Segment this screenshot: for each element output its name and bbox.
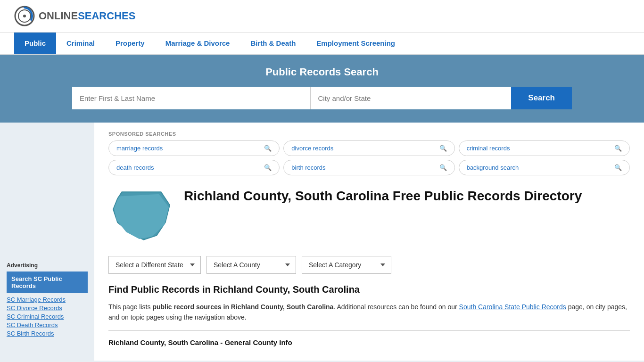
- nav-item-property[interactable]: Property: [105, 33, 155, 54]
- nav-item-marriage-divorce[interactable]: Marriage & Divorce: [155, 33, 240, 54]
- sponsored-link-death: death records: [116, 164, 154, 171]
- sidebar-link-death[interactable]: SC Death Records: [7, 321, 88, 329]
- find-title: Find Public Records in Richland County, …: [108, 284, 630, 295]
- sponsored-link-birth: birth records: [291, 164, 325, 171]
- county-section: Richland County, South Carolina Free Pub…: [108, 188, 630, 246]
- state-dropdown[interactable]: Select a Different State: [108, 256, 201, 274]
- county-title: Richland County, South Carolina Free Pub…: [184, 188, 582, 204]
- header: ONLINESEARCHES: [0, 0, 644, 33]
- general-info-title: Richland County, South Carolina - Genera…: [108, 338, 630, 346]
- sidebar-link-birth[interactable]: SC Birth Records: [7, 330, 88, 337]
- sponsored-grid: marriage records 🔍 divorce records 🔍 cri…: [108, 140, 630, 175]
- sidebar-ad-label: Advertising: [7, 262, 88, 269]
- sponsored-item-birth[interactable]: birth records 🔍: [283, 160, 454, 175]
- nav-item-birth-death[interactable]: Birth & Death: [240, 33, 306, 54]
- search-button[interactable]: Search: [511, 87, 572, 109]
- sidebar: Advertising Search SC Public Records SC …: [0, 123, 94, 361]
- sponsored-item-death[interactable]: death records 🔍: [108, 160, 280, 175]
- sponsored-item-criminal[interactable]: criminal records 🔍: [459, 140, 630, 156]
- svg-point-2: [23, 15, 26, 17]
- find-text-part2: . Additional resources can be found on o…: [333, 303, 459, 311]
- sponsored-link-divorce: divorce records: [291, 145, 333, 152]
- sidebar-link-divorce[interactable]: SC Divorce Records: [7, 304, 88, 312]
- category-dropdown[interactable]: Select A Category: [302, 256, 391, 274]
- logo-searches: SEARCHES: [78, 10, 135, 22]
- location-input[interactable]: [310, 87, 512, 109]
- logo: ONLINESEARCHES: [14, 6, 135, 26]
- county-dropdown[interactable]: Select A County: [206, 256, 296, 274]
- name-input[interactable]: [72, 87, 310, 109]
- search-banner: Public Records Search Search: [0, 55, 644, 123]
- sponsored-item-marriage[interactable]: marriage records 🔍: [108, 140, 280, 156]
- main-wrapper: Advertising Search SC Public Records SC …: [0, 123, 644, 361]
- search-icon-divorce: 🔍: [439, 145, 447, 152]
- sponsored-link-background: background search: [467, 164, 519, 171]
- section-divider: [108, 330, 630, 331]
- sponsored-item-divorce[interactable]: divorce records 🔍: [283, 140, 454, 156]
- search-icon-background: 🔍: [614, 164, 622, 171]
- find-text-part1: This page lists: [108, 303, 152, 311]
- svg-marker-4: [114, 194, 169, 239]
- nav-item-employment[interactable]: Employment Screening: [306, 33, 405, 54]
- nav-item-public[interactable]: Public: [14, 33, 56, 54]
- sc-state-records-link[interactable]: South Carolina State Public Records: [459, 303, 566, 311]
- sidebar-ad-active[interactable]: Search SC Public Records: [7, 272, 88, 293]
- search-icon-marriage: 🔍: [264, 145, 272, 152]
- sidebar-link-marriage[interactable]: SC Marriage Records: [7, 296, 88, 303]
- logo-text: ONLINESEARCHES: [39, 10, 135, 22]
- content-area: SPONSORED SEARCHES marriage records 🔍 di…: [94, 123, 644, 361]
- search-icon-criminal: 🔍: [614, 145, 622, 152]
- logo-online: ONLINE: [39, 10, 78, 22]
- sponsored-link-criminal: criminal records: [467, 145, 510, 152]
- search-form: Search: [72, 87, 572, 109]
- find-text: This page lists public record sources in…: [108, 302, 630, 323]
- main-nav: Public Criminal Property Marriage & Divo…: [0, 33, 644, 55]
- sponsored-link-marriage: marriage records: [116, 145, 163, 152]
- state-map: [108, 188, 174, 246]
- sidebar-link-criminal[interactable]: SC Criminal Records: [7, 313, 88, 320]
- sponsored-item-background[interactable]: background search 🔍: [459, 160, 630, 175]
- search-banner-title: Public Records Search: [14, 66, 630, 78]
- logo-icon: [14, 6, 35, 26]
- nav-item-criminal[interactable]: Criminal: [56, 33, 105, 54]
- find-text-bold: public record sources in Richland County…: [152, 303, 333, 311]
- sponsored-label: SPONSORED SEARCHES: [108, 131, 630, 137]
- search-icon-birth: 🔍: [439, 164, 447, 171]
- search-icon-death: 🔍: [264, 164, 272, 171]
- dropdowns-row: Select a Different State Select A County…: [108, 256, 630, 274]
